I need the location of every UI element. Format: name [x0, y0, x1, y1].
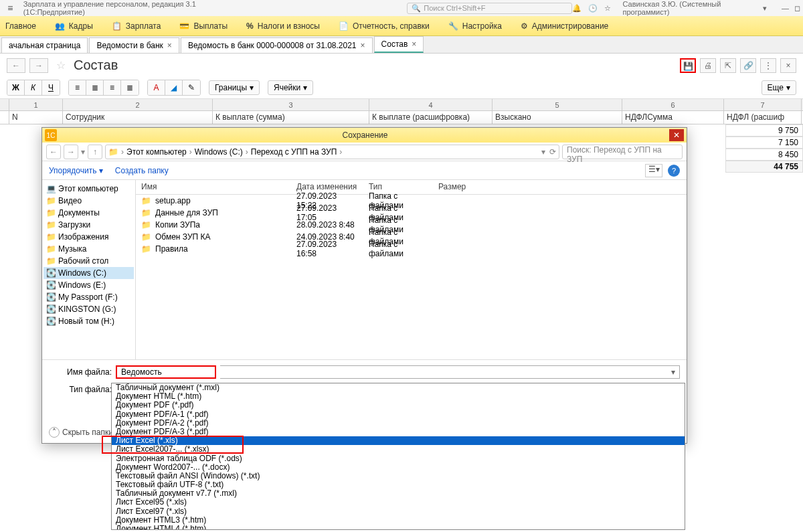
ribbon-reports[interactable]: Отчетность, справки	[339, 21, 430, 31]
clear-format-button[interactable]: ✎	[183, 80, 200, 95]
ribbon-payments[interactable]: Выплаты	[179, 21, 228, 31]
filetype-option[interactable]: Табличный документ v7.7 (*.mxl)	[112, 489, 685, 498]
chevron-down-icon[interactable]: ▾	[671, 367, 675, 377]
filetype-option[interactable]: Документ PDF (*.pdf)	[112, 401, 685, 410]
maximize-button[interactable]: ◻	[794, 4, 800, 13]
export-button[interactable]: ⇱	[720, 58, 736, 73]
filetype-option[interactable]: Лист Excel95 (*.xls)	[112, 498, 685, 507]
global-search-input[interactable]: 🔍 Поиск Ctrl+Shift+F	[407, 3, 571, 14]
filetype-option[interactable]: Лист Excel97 (*.xls)	[112, 507, 685, 516]
tree-node[interactable]: 💻Этот компьютер	[43, 183, 134, 195]
file-row[interactable]: 📁Правила27.09.2023 16:58Папка с файлами	[136, 243, 687, 255]
tree-node[interactable]: 📁Музыка	[43, 243, 134, 255]
organize-menu[interactable]: Упорядочить ▾	[49, 166, 103, 175]
close-icon[interactable]: ×	[412, 39, 416, 49]
nav-forward-button[interactable]: →	[29, 58, 48, 73]
crumb-item[interactable]: Windows (C:)	[195, 147, 243, 157]
filetype-option[interactable]: Документ HTML (*.htm)	[112, 392, 685, 401]
more-dropdown[interactable]: Еще▾	[762, 80, 796, 95]
cell-value[interactable]: 8 450	[725, 149, 803, 161]
font-color-button[interactable]: A	[148, 80, 165, 95]
filetype-option[interactable]: Документ PDF/A-1 (*.pdf)	[112, 410, 685, 419]
print-button[interactable]: 🖨	[700, 58, 716, 73]
tree-node[interactable]: 📁Рабочий стол	[43, 255, 134, 267]
tab-sheets[interactable]: Ведомости в банк×	[89, 37, 179, 53]
tree-node[interactable]: 💽My Passport (F:)	[43, 291, 134, 303]
align-right-button[interactable]: ≡	[104, 80, 121, 95]
close-icon[interactable]: ×	[361, 41, 365, 50]
crumb-item[interactable]: Переход с УПП на ЗУП	[251, 147, 337, 157]
italic-button[interactable]: К	[25, 80, 42, 95]
tree-node[interactable]: 💽KINGSTON (G:)	[43, 303, 134, 315]
col-header[interactable]: 4	[369, 99, 493, 110]
folder-search-input[interactable]: Поиск: Переход с УПП на ЗУП	[562, 145, 683, 159]
tree-node[interactable]: 📁Загрузки	[43, 219, 134, 231]
new-folder-button[interactable]: Создать папку	[115, 166, 169, 175]
filetype-option[interactable]: Электронная таблица ODF (*.ods)	[112, 454, 685, 463]
tab-sheet-doc[interactable]: Ведомость в банк 0000-000008 от 31.08.20…	[181, 37, 373, 53]
col-header[interactable]: 3	[213, 99, 369, 110]
filetype-option[interactable]: Документ PDF/A-3 (*.pdf)	[112, 428, 685, 436]
view-options-button[interactable]: ☰▾	[645, 164, 662, 177]
save-button[interactable]: 💾	[680, 58, 696, 73]
ribbon-admin[interactable]: Администрирование	[521, 21, 608, 31]
user-label[interactable]: Савинская З.Ю. (Системный программист)	[623, 0, 757, 16]
chevron-down-icon[interactable]: ▾	[81, 147, 85, 157]
file-col-header[interactable]: Размер	[433, 180, 486, 194]
col-header[interactable]: 1	[9, 99, 63, 110]
col-header[interactable]: 5	[493, 99, 622, 110]
forward-button[interactable]: →	[64, 145, 78, 159]
cell-value[interactable]: 44 755	[725, 161, 803, 173]
crumb-item[interactable]: Этот компьютер	[126, 147, 187, 157]
col-header[interactable]: 7	[724, 99, 802, 110]
up-button[interactable]: ↑	[88, 145, 102, 159]
borders-dropdown[interactable]: Границы▾	[209, 80, 260, 95]
filetype-option[interactable]: Документ PDF/A-2 (*.pdf)	[112, 419, 685, 428]
filename-input[interactable]: Ведомость	[116, 365, 216, 379]
cell-value[interactable]: 7 150	[725, 137, 803, 149]
col-header[interactable]: 2	[63, 99, 213, 110]
col-header[interactable]: 6	[622, 99, 724, 110]
back-button[interactable]: ←	[46, 145, 61, 159]
bg-color-button[interactable]: ◢	[165, 80, 183, 95]
underline-button[interactable]: Ч	[42, 80, 60, 95]
crumb-dropdown-icon[interactable]: ▾	[541, 147, 545, 157]
more-menu-button[interactable]: ⋮	[760, 58, 776, 73]
ribbon-settings[interactable]: Настройка	[448, 21, 502, 31]
ribbon-salary[interactable]: Зарплата	[112, 21, 161, 31]
nav-back-button[interactable]: ←	[7, 58, 25, 73]
filetype-option[interactable]: Лист Excel2007-... (*.xlsx)	[112, 445, 685, 454]
link-button[interactable]: 🔗	[740, 58, 756, 73]
filetype-option[interactable]: Документ Word2007-... (*.docx)	[112, 463, 685, 472]
help-icon[interactable]: ?	[668, 165, 680, 177]
align-center-button[interactable]: ≣	[86, 80, 104, 95]
tree-node[interactable]: 💽Новый том (H:)	[43, 315, 134, 327]
history-icon[interactable]: 🕒	[588, 4, 598, 13]
ribbon-taxes[interactable]: Налоги и взносы	[246, 21, 320, 31]
ribbon-main[interactable]: Главное	[5, 21, 36, 31]
main-menu-button[interactable]: ≡	[3, 3, 18, 13]
align-left-button[interactable]: ≡	[69, 80, 86, 95]
tab-sostav[interactable]: Состав×	[374, 36, 424, 53]
breadcrumb[interactable]: 📁 › Этот компьютер › Windows (C:) › Пере…	[105, 145, 559, 159]
tree-node[interactable]: 💽Windows (E:)	[43, 279, 134, 291]
star-icon[interactable]: ☆	[604, 4, 611, 13]
bold-button[interactable]: Ж	[7, 80, 25, 95]
tree-node[interactable]: 💽Windows (C:)	[43, 267, 134, 279]
bell-icon[interactable]: 🔔	[572, 4, 582, 13]
tree-node[interactable]: 📁Документы	[43, 207, 134, 219]
cell-value[interactable]: 9 750	[725, 124, 803, 137]
close-doc-button[interactable]: ×	[780, 58, 796, 73]
tree-node[interactable]: 📁Изображения	[43, 231, 134, 243]
dialog-close-button[interactable]: ✕	[669, 129, 684, 141]
cells-dropdown[interactable]: Ячейки▾	[268, 80, 313, 95]
align-justify-button[interactable]: ≣	[121, 80, 139, 95]
favorite-icon[interactable]: ☆	[56, 59, 66, 72]
ribbon-hr[interactable]: Кадры	[55, 21, 93, 31]
filetype-option[interactable]: Документ HTML4 (*.htm)	[112, 525, 685, 530]
refresh-icon[interactable]: ⟳	[549, 147, 556, 157]
tree-node[interactable]: 📁Видео	[43, 195, 134, 207]
tab-start[interactable]: ачальная страница	[1, 37, 88, 53]
user-dropdown-icon[interactable]: ▾	[763, 4, 767, 13]
file-col-header[interactable]: Имя	[136, 180, 291, 194]
